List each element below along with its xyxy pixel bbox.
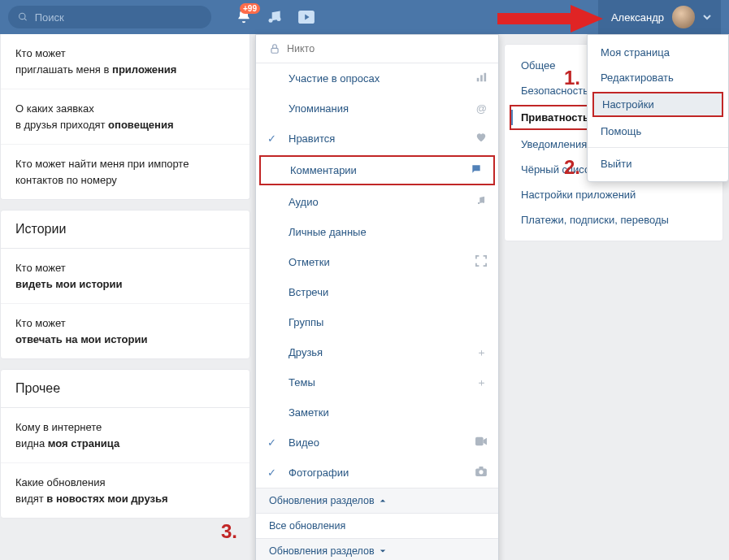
avatar bbox=[672, 6, 695, 28]
heart-icon bbox=[475, 132, 487, 145]
notification-badge: +99 bbox=[240, 3, 260, 14]
dd-topics[interactable]: Темы ＋ bbox=[256, 367, 498, 397]
plus-icon: ＋ bbox=[476, 345, 487, 360]
dd-personal[interactable]: Личные данные bbox=[256, 217, 498, 247]
svg-rect-13 bbox=[475, 437, 484, 446]
updates-dropdown: Никто Участие в опросах Упоминания @ ✓ Н… bbox=[255, 34, 499, 560]
dropdown-header: Никто bbox=[256, 35, 498, 63]
music-icon[interactable] bbox=[267, 9, 283, 25]
popup-exit[interactable]: Выйти bbox=[588, 151, 728, 176]
svg-rect-10 bbox=[484, 73, 487, 82]
chevron-up-icon bbox=[380, 497, 386, 504]
check-icon: ✓ bbox=[267, 436, 276, 449]
plus-icon: ＋ bbox=[476, 376, 487, 390]
user-popup: Моя страница Редактировать Настройки Пом… bbox=[587, 34, 729, 182]
dd-friends[interactable]: Друзья ＋ bbox=[256, 337, 498, 367]
check-icon: ✓ bbox=[267, 132, 276, 145]
setting-friend-alerts[interactable]: О каких заявках в друзья приходят оповещ… bbox=[1, 89, 250, 145]
svg-point-11 bbox=[478, 202, 479, 204]
svg-rect-16 bbox=[479, 467, 483, 469]
svg-point-0 bbox=[20, 13, 25, 19]
svg-point-2 bbox=[269, 19, 273, 23]
svg-rect-9 bbox=[480, 75, 483, 81]
search-box[interactable] bbox=[8, 6, 211, 28]
comment-icon bbox=[471, 163, 482, 177]
nav-payments[interactable]: Платежи, подписки, переводы bbox=[505, 207, 722, 232]
popup-my-page[interactable]: Моя страница bbox=[588, 40, 728, 65]
dd-comments[interactable]: Комментарии bbox=[259, 155, 495, 185]
svg-point-15 bbox=[479, 470, 483, 474]
dd-category-sections-2[interactable]: Обновления разделов bbox=[256, 538, 498, 560]
setting-import-contacts[interactable]: Кто может найти меня при импорте контакт… bbox=[1, 145, 250, 199]
popup-settings[interactable]: Настройки bbox=[592, 92, 723, 117]
dd-tags[interactable]: Отметки bbox=[256, 247, 498, 277]
dd-polls[interactable]: Участие в опросах bbox=[256, 63, 498, 93]
stories-section: Истории Кто может видеть мои истории Кто… bbox=[0, 210, 250, 359]
setting-see-stories[interactable]: Кто может видеть мои истории bbox=[1, 249, 250, 304]
camera-icon bbox=[475, 467, 487, 479]
user-name: Александр bbox=[611, 11, 664, 24]
svg-rect-7 bbox=[271, 48, 278, 53]
dropdown-header-label: Никто bbox=[287, 43, 315, 54]
dd-groups[interactable]: Группы bbox=[256, 307, 498, 337]
middle-column: Никто Участие в опросах Упоминания @ ✓ Н… bbox=[255, 34, 499, 519]
chevron-down-icon bbox=[380, 548, 386, 554]
svg-rect-8 bbox=[477, 78, 479, 81]
notifications-button[interactable]: +99 bbox=[236, 8, 252, 27]
stories-title: Истории bbox=[1, 211, 250, 249]
nav-app-settings[interactable]: Настройки приложений bbox=[505, 182, 722, 207]
dd-mentions[interactable]: Упоминания @ bbox=[256, 93, 498, 124]
annotation-step-3: 3. bbox=[221, 520, 237, 543]
setting-news-updates[interactable]: Какие обновления видят в новостях мои др… bbox=[1, 463, 250, 518]
check-icon: ✓ bbox=[267, 467, 276, 479]
svg-line-1 bbox=[24, 19, 27, 21]
user-menu-button[interactable]: Александр bbox=[598, 0, 721, 34]
dd-category-sections[interactable]: Обновления разделов bbox=[256, 488, 498, 513]
video-small-icon bbox=[475, 436, 487, 449]
dd-likes[interactable]: ✓ Нравится bbox=[256, 124, 498, 154]
dd-audio[interactable]: Аудио bbox=[256, 187, 498, 217]
setting-page-visibility[interactable]: Кому в интернете видна моя страница bbox=[1, 408, 250, 463]
video-icon[interactable] bbox=[297, 10, 315, 24]
setting-invite-apps[interactable]: Кто может приглашать меня в приложения bbox=[1, 34, 250, 89]
chevron-down-icon bbox=[703, 11, 711, 24]
popup-help[interactable]: Помощь bbox=[588, 119, 728, 144]
dd-events[interactable]: Встречи bbox=[256, 277, 498, 307]
bars-icon bbox=[475, 72, 487, 85]
header-icons: +99 bbox=[236, 8, 315, 27]
svg-point-3 bbox=[277, 17, 281, 21]
at-icon: @ bbox=[476, 102, 487, 115]
dd-video[interactable]: ✓ Видео bbox=[256, 428, 498, 458]
popup-separator bbox=[588, 147, 728, 148]
search-input[interactable] bbox=[35, 11, 202, 24]
dd-notes[interactable]: Заметки bbox=[256, 397, 498, 428]
left-column: Кто может приглашать меня в приложения О… bbox=[0, 34, 250, 519]
fullscreen-icon bbox=[475, 255, 487, 269]
music-small-icon bbox=[475, 195, 487, 209]
other-title: Прочее bbox=[1, 370, 250, 408]
other-section: Прочее Кому в интернете видна моя страни… bbox=[0, 369, 250, 519]
dd-all-updates[interactable]: Все обновления bbox=[256, 513, 498, 538]
top-header: +99 Александр bbox=[0, 0, 729, 34]
popup-edit[interactable]: Редактировать bbox=[588, 65, 728, 90]
dd-photos[interactable]: ✓ Фотографии bbox=[256, 458, 498, 488]
setting-reply-stories[interactable]: Кто может отвечать на мои истории bbox=[1, 304, 250, 358]
search-icon bbox=[18, 11, 28, 23]
lock-icon bbox=[269, 43, 280, 54]
svg-point-12 bbox=[483, 202, 484, 203]
